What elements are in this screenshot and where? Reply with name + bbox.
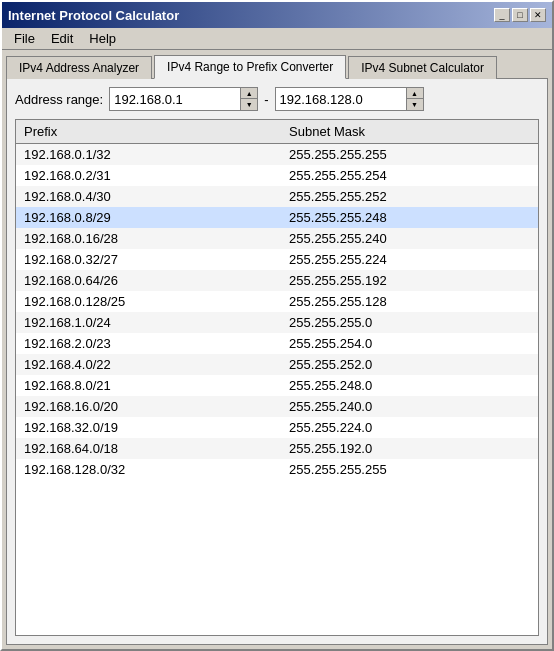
tab-ipv4-address-analyzer[interactable]: IPv4 Address Analyzer — [6, 56, 152, 79]
end-address-up[interactable]: ▲ — [407, 88, 423, 99]
maximize-button[interactable]: □ — [512, 8, 528, 22]
prefix-table: Prefix Subnet Mask 192.168.0.1/32255.255… — [16, 120, 538, 480]
minimize-button[interactable]: _ — [494, 8, 510, 22]
mask-cell: 255.255.255.0 — [281, 312, 538, 333]
menu-bar: File Edit Help — [2, 28, 552, 50]
window-title: Internet Protocol Calculator — [8, 8, 179, 23]
table-row[interactable]: 192.168.0.1/32255.255.255.255 — [16, 144, 538, 166]
prefix-cell: 192.168.0.2/31 — [16, 165, 281, 186]
table-row[interactable]: 192.168.8.0/21255.255.248.0 — [16, 375, 538, 396]
main-window: Internet Protocol Calculator _ □ ✕ File … — [0, 0, 554, 651]
start-address-down[interactable]: ▼ — [241, 99, 257, 110]
mask-cell: 255.255.224.0 — [281, 417, 538, 438]
menu-help[interactable]: Help — [81, 29, 124, 48]
close-button[interactable]: ✕ — [530, 8, 546, 22]
mask-cell: 255.255.240.0 — [281, 396, 538, 417]
mask-cell: 255.255.255.248 — [281, 207, 538, 228]
mask-cell: 255.255.255.255 — [281, 144, 538, 166]
prefix-table-container: Prefix Subnet Mask 192.168.0.1/32255.255… — [15, 119, 539, 636]
prefix-cell: 192.168.64.0/18 — [16, 438, 281, 459]
prefix-cell: 192.168.0.128/25 — [16, 291, 281, 312]
prefix-cell: 192.168.0.1/32 — [16, 144, 281, 166]
table-row[interactable]: 192.168.32.0/19255.255.224.0 — [16, 417, 538, 438]
menu-edit[interactable]: Edit — [43, 29, 81, 48]
table-row[interactable]: 192.168.1.0/24255.255.255.0 — [16, 312, 538, 333]
table-header-row: Prefix Subnet Mask — [16, 120, 538, 144]
mask-cell: 255.255.255.255 — [281, 459, 538, 480]
prefix-cell: 192.168.0.16/28 — [16, 228, 281, 249]
table-row[interactable]: 192.168.0.8/29255.255.255.248 — [16, 207, 538, 228]
table-row[interactable]: 192.168.64.0/18255.255.192.0 — [16, 438, 538, 459]
prefix-cell: 192.168.8.0/21 — [16, 375, 281, 396]
title-bar: Internet Protocol Calculator _ □ ✕ — [2, 2, 552, 28]
mask-cell: 255.255.252.0 — [281, 354, 538, 375]
table-row[interactable]: 192.168.0.128/25255.255.255.128 — [16, 291, 538, 312]
end-address-input[interactable] — [276, 88, 406, 110]
prefix-cell: 192.168.1.0/24 — [16, 312, 281, 333]
prefix-cell: 192.168.0.64/26 — [16, 270, 281, 291]
table-row[interactable]: 192.168.16.0/20255.255.240.0 — [16, 396, 538, 417]
column-header-prefix: Prefix — [16, 120, 281, 144]
table-row[interactable]: 192.168.0.32/27255.255.255.224 — [16, 249, 538, 270]
prefix-cell: 192.168.16.0/20 — [16, 396, 281, 417]
mask-cell: 255.255.192.0 — [281, 438, 538, 459]
tab-ipv4-range-prefix[interactable]: IPv4 Range to Prefix Converter — [154, 55, 346, 79]
mask-cell: 255.255.255.240 — [281, 228, 538, 249]
table-row[interactable]: 192.168.0.16/28255.255.255.240 — [16, 228, 538, 249]
start-address-spinner: ▲ ▼ — [109, 87, 258, 111]
end-spinner-buttons: ▲ ▼ — [406, 88, 423, 110]
table-row[interactable]: 192.168.0.2/31255.255.255.254 — [16, 165, 538, 186]
table-row[interactable]: 192.168.2.0/23255.255.254.0 — [16, 333, 538, 354]
mask-cell: 255.255.255.254 — [281, 165, 538, 186]
end-address-down[interactable]: ▼ — [407, 99, 423, 110]
address-range-label: Address range: — [15, 92, 103, 107]
table-row[interactable]: 192.168.0.64/26255.255.255.192 — [16, 270, 538, 291]
window-controls: _ □ ✕ — [494, 8, 546, 22]
mask-cell: 255.255.255.224 — [281, 249, 538, 270]
prefix-cell: 192.168.128.0/32 — [16, 459, 281, 480]
prefix-cell: 192.168.0.32/27 — [16, 249, 281, 270]
mask-cell: 255.255.255.252 — [281, 186, 538, 207]
start-spinner-buttons: ▲ ▼ — [240, 88, 257, 110]
table-row[interactable]: 192.168.4.0/22255.255.252.0 — [16, 354, 538, 375]
prefix-cell: 192.168.0.8/29 — [16, 207, 281, 228]
mask-cell: 255.255.254.0 — [281, 333, 538, 354]
table-row[interactable]: 192.168.0.4/30255.255.255.252 — [16, 186, 538, 207]
prefix-cell: 192.168.0.4/30 — [16, 186, 281, 207]
tab-bar: IPv4 Address Analyzer IPv4 Range to Pref… — [2, 50, 552, 78]
mask-cell: 255.255.255.192 — [281, 270, 538, 291]
menu-file[interactable]: File — [6, 29, 43, 48]
dash-separator: - — [264, 92, 268, 107]
start-address-up[interactable]: ▲ — [241, 88, 257, 99]
prefix-cell: 192.168.4.0/22 — [16, 354, 281, 375]
prefix-cell: 192.168.2.0/23 — [16, 333, 281, 354]
start-address-input[interactable] — [110, 88, 240, 110]
prefix-cell: 192.168.32.0/19 — [16, 417, 281, 438]
tab-ipv4-subnet-calculator[interactable]: IPv4 Subnet Calculator — [348, 56, 497, 79]
end-address-spinner: ▲ ▼ — [275, 87, 424, 111]
table-row[interactable]: 192.168.128.0/32255.255.255.255 — [16, 459, 538, 480]
mask-cell: 255.255.255.128 — [281, 291, 538, 312]
column-header-mask: Subnet Mask — [281, 120, 538, 144]
content-area: Address range: ▲ ▼ - ▲ ▼ — [6, 78, 548, 645]
address-range-row: Address range: ▲ ▼ - ▲ ▼ — [15, 87, 539, 111]
mask-cell: 255.255.248.0 — [281, 375, 538, 396]
